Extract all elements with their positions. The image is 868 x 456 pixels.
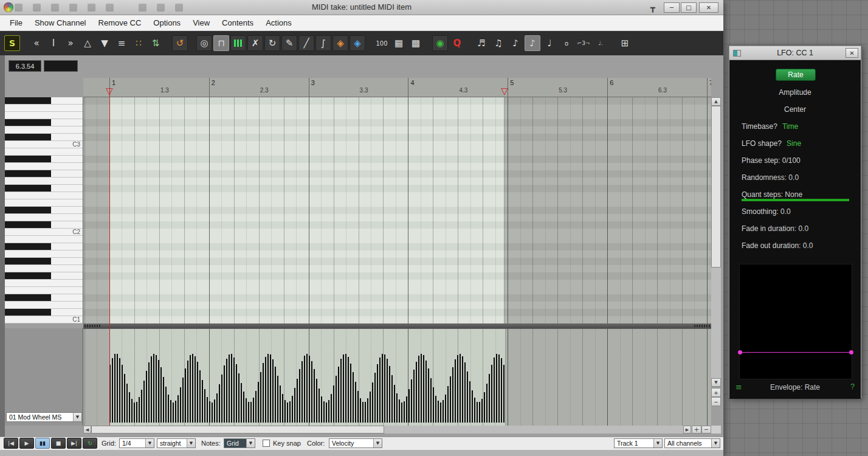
piano-key[interactable] [5,119,83,126]
piano-key[interactable] [5,134,83,141]
cc-event-bar[interactable] [175,401,176,423]
maximize-button[interactable]: □ [681,2,697,13]
cc-event-bar[interactable] [462,356,463,423]
grid-quantize-icon[interactable]: ▦ [391,35,407,51]
transport-pause-button[interactable]: ▮▮ [35,438,50,449]
transport-play-button[interactable]: ▶ [19,438,34,449]
cc-event-bar[interactable] [353,372,354,423]
cc-event-bar[interactable] [445,395,446,423]
cc-event-bar[interactable] [481,399,483,423]
piano-key[interactable] [5,258,83,265]
lfo-tab-center[interactable]: Center [729,105,861,114]
cc-event-bar[interactable] [374,373,376,423]
piano-key[interactable] [5,185,83,192]
horizontal-scrollbar[interactable]: ◀ ▶ + − [83,426,711,434]
menu-actions[interactable]: Actions [260,15,298,31]
cc-event-bar[interactable] [472,390,473,423]
cc-event-bar[interactable] [229,354,230,423]
cc-event-bar[interactable] [255,391,257,423]
cc-event-bar[interactable] [394,385,395,423]
cc-event-bar[interactable] [384,354,385,423]
note-whole-icon[interactable]: o [559,35,574,51]
line-tool-icon[interactable]: ╱ [298,35,314,51]
cc-event-bar[interactable] [336,376,337,423]
key-snap-checkbox[interactable] [263,440,270,447]
cc-event-bar[interactable] [246,398,247,423]
piano-key[interactable]: C1 [5,316,83,323]
cc-event-bar[interactable] [207,397,208,423]
envelope-point[interactable] [738,350,742,354]
cc-event-bar[interactable] [309,356,310,423]
ruler[interactable]: ▽ ▽ 12345671.32.33.34.35.36.3 [83,78,711,97]
note-8-icon[interactable]: ♪ [508,35,523,51]
menu-options[interactable]: Options [147,15,187,31]
cc-event-bar[interactable] [233,358,235,423]
cc-event-bar[interactable] [250,402,252,423]
cc-event-bar[interactable] [221,375,222,423]
event-marquee-icon[interactable]: ◈ [332,35,348,51]
cc-event-bar[interactable] [355,382,356,423]
cc-event-bar[interactable] [214,399,215,423]
cc-event-bar[interactable] [284,400,286,423]
vertical-zoom-out-button[interactable]: − [711,397,721,406]
cc-event-bar[interactable] [416,362,417,423]
cc-event-bar[interactable] [491,365,492,423]
close-button[interactable]: ✕ [699,2,718,13]
cc-event-bar[interactable] [136,402,137,423]
menu-remove-cc[interactable]: Remove CC [92,15,148,31]
cc-event-bar[interactable] [314,369,315,423]
cc-event-bar[interactable] [277,376,278,423]
cc-event-bar[interactable] [331,394,332,423]
cc-event-bar[interactable] [197,362,198,423]
channel-select[interactable]: All channels ▼ [664,438,720,448]
cc-event-bar[interactable] [418,356,419,423]
cc-event-bar[interactable] [185,368,186,423]
cc-event-bar[interactable] [153,354,154,423]
cc-event-bar[interactable] [173,402,174,423]
cc-event-bar[interactable] [316,379,317,423]
cc-event-bar[interactable] [212,402,213,423]
cc-event-bar[interactable] [389,366,390,423]
cc-event-bar[interactable] [129,392,130,423]
grid-size-select[interactable]: 1/4 ▼ [119,438,154,448]
next-measure-icon[interactable]: » [63,35,78,51]
zoom-content-icon[interactable]: ◎ [196,35,212,51]
cc-event-bar[interactable] [238,373,239,423]
cc-event-bar[interactable] [452,367,453,423]
note-dotted-icon[interactable]: ♩. [593,35,608,51]
cc-event-bar[interactable] [158,360,159,423]
dock-editor-icon[interactable]: ↺ [172,35,188,51]
cc-event-bar[interactable] [391,375,393,423]
cc-event-bar[interactable] [404,401,405,423]
cc-event-bar[interactable] [469,381,470,423]
cc-event-bar[interactable] [360,398,361,423]
cc-event-bar[interactable] [447,386,449,423]
cc-event-bar[interactable] [190,355,191,423]
prev-note-icon[interactable]: △ [80,35,95,51]
transport-repeat-button[interactable]: ↻ [83,438,97,449]
cc-event-bar[interactable] [484,392,485,423]
curve-tool-icon[interactable]: ∫ [315,35,331,51]
piano-key[interactable] [5,105,83,112]
cc-event-bar[interactable] [119,358,120,423]
velocity-stems-icon[interactable] [230,35,246,51]
cc-event-bar[interactable] [280,385,281,423]
cc-event-bar[interactable] [224,365,225,423]
lfo-close-button[interactable]: ✕ [846,48,858,58]
pin-icon[interactable]: ┳ [648,2,658,13]
event-list-icon[interactable]: ≡ [114,35,129,51]
cc-event-bar[interactable] [265,357,266,423]
lfo-smoothing-row[interactable]: Smoothing: 0.0 [742,207,791,216]
cc-event-bar[interactable] [430,378,432,423]
cc-event-bar[interactable] [122,365,123,423]
note-16-icon[interactable]: ♫ [491,35,506,51]
event-marquee-2-icon[interactable]: ◈ [350,35,365,51]
scroll-down-icon[interactable]: ▼ [711,378,721,387]
menu-show-channel[interactable]: Show Channel [29,15,92,31]
cc-event-bar[interactable] [367,398,368,423]
transport-goto-start-button[interactable]: |◀ [4,438,18,449]
piano-key[interactable] [5,192,83,199]
cc-event-bar[interactable] [275,367,276,423]
cc-event-bar[interactable] [340,359,342,423]
cc-event-bar[interactable] [338,367,339,423]
